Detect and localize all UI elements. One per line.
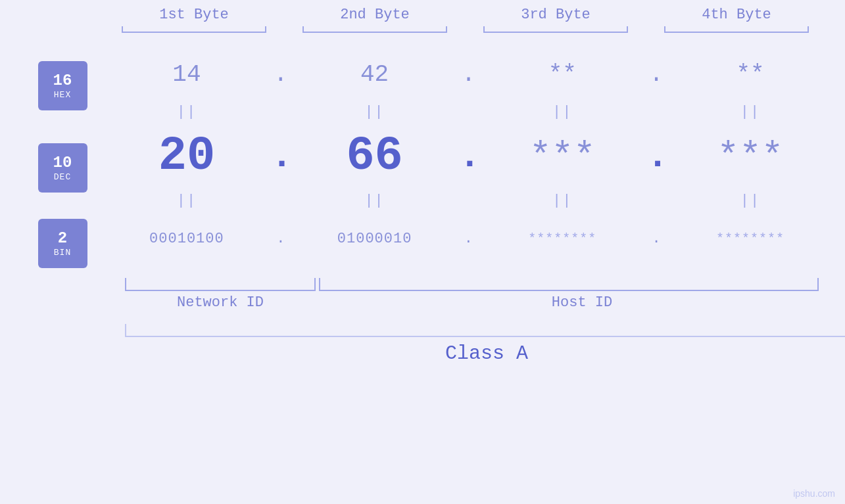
bin-dot2-cell: .	[458, 231, 478, 247]
bracket-byte2	[296, 26, 454, 38]
network-bracket	[125, 278, 316, 291]
hex-dot3-cell: .	[646, 61, 666, 88]
host-bracket	[319, 278, 819, 291]
sep2-2: ||	[364, 193, 384, 209]
hex-badge-label: HEX	[54, 90, 71, 100]
bin-b3-cell: ********	[483, 231, 641, 246]
network-id-label: Network ID	[125, 294, 316, 311]
sep2-1: ||	[177, 193, 197, 209]
byte-headers-row: 1st Byte 2nd Byte 3rd Byte 4th Byte	[104, 7, 827, 23]
host-id-label: Host ID	[319, 294, 845, 311]
sep-row-2: || || || ||	[92, 189, 845, 212]
bin-b2-value: 01000010	[337, 231, 412, 247]
sep2-1-cell: ||	[108, 193, 266, 209]
dec-b4-cell: ***	[671, 135, 829, 177]
byte3-header: 3rd Byte	[477, 7, 635, 23]
dec-b4-value: ***	[717, 135, 784, 177]
hex-b1-cell: 14	[108, 61, 266, 88]
dec-row: 20 . 66 . *** . ***	[92, 124, 845, 189]
sep3: ||	[552, 104, 572, 120]
hex-b2-cell: 42	[296, 61, 454, 88]
sep4-cell: ||	[671, 104, 829, 120]
bin-b4-value: ********	[716, 231, 785, 246]
bin-dot3-cell: .	[646, 231, 666, 247]
bottom-section: Network ID Host ID Class A	[0, 278, 845, 365]
dec-badge: 10 DEC	[38, 143, 87, 193]
hex-badge-spacer: 16 HEX	[38, 48, 87, 124]
dec-badge-spacer: 10 DEC	[38, 124, 87, 212]
sep3-cell: ||	[483, 104, 641, 120]
class-section: Class A	[125, 324, 845, 365]
byte4-header: 4th Byte	[658, 7, 815, 23]
dec-b1-cell: 20	[108, 129, 266, 183]
hex-dot2: .	[462, 61, 476, 88]
dec-dot3-cell: .	[646, 135, 666, 177]
hex-dot3: .	[649, 61, 664, 88]
bracket-row	[104, 26, 827, 38]
sep2-4: ||	[740, 193, 760, 209]
hex-dot2-cell: .	[458, 61, 478, 88]
byte2-header: 2nd Byte	[296, 7, 454, 23]
bin-badge-num: 2	[58, 229, 67, 248]
bin-b3-value: ********	[528, 231, 596, 246]
dec-b3-cell: ***	[483, 135, 641, 177]
bracket-byte1	[115, 26, 273, 38]
main-container: 1st Byte 2nd Byte 3rd Byte 4th Byte 16 H…	[0, 0, 845, 504]
hex-b3-value: **	[548, 61, 577, 88]
hex-badge-num: 16	[53, 72, 72, 91]
class-label: Class A	[125, 342, 845, 365]
class-bracket	[125, 324, 845, 337]
sep2: ||	[364, 104, 384, 120]
hex-dot1-cell: .	[271, 61, 291, 88]
dec-badge-label: DEC	[54, 172, 71, 182]
bracket-byte3	[477, 26, 635, 38]
bin-dot3: .	[652, 231, 661, 247]
bin-badge: 2 BIN	[38, 219, 87, 268]
sep-row-1: || || || ||	[92, 101, 845, 124]
bin-b1-value: 00010100	[149, 231, 224, 247]
bin-row: 00010100 . 01000010 . ******** .	[92, 212, 845, 265]
dec-b2-value: 66	[346, 129, 402, 183]
bin-dot1: .	[276, 231, 285, 247]
sep2-3: ||	[552, 193, 572, 209]
dec-b3-value: ***	[529, 135, 596, 177]
sep4: ||	[740, 104, 760, 120]
bracket-byte4	[658, 26, 815, 38]
dec-b1-value: 20	[158, 129, 215, 183]
bottom-brackets	[125, 278, 819, 291]
dec-dot2-cell: .	[458, 135, 478, 177]
bin-b1-cell: 00010100	[108, 231, 266, 247]
dec-badge-num: 10	[53, 154, 72, 173]
hex-b4-cell: **	[671, 61, 829, 88]
main-content: 16 HEX 10 DEC 2 BIN	[0, 48, 845, 275]
bin-badge-spacer: 2 BIN	[38, 212, 87, 275]
sep2-2-cell: ||	[296, 193, 454, 209]
dec-dot2: .	[458, 135, 481, 177]
dec-dot1-cell: .	[271, 135, 291, 177]
bin-badge-label: BIN	[54, 248, 71, 258]
dec-dot3: .	[646, 135, 669, 177]
hex-b4-value: **	[736, 61, 764, 88]
badges-column: 16 HEX 10 DEC 2 BIN	[0, 48, 92, 275]
hex-b2-value: 42	[360, 61, 389, 88]
bin-b4-cell: ********	[671, 231, 829, 246]
sep2-3-cell: ||	[483, 193, 641, 209]
hex-dot1: .	[274, 61, 288, 88]
bin-b2-cell: 01000010	[296, 231, 454, 247]
hex-b1-value: 14	[172, 61, 201, 88]
bin-dot1-cell: .	[271, 231, 291, 247]
hex-badge: 16 HEX	[38, 61, 87, 110]
hex-row: 14 . 42 . ** . **	[92, 48, 845, 101]
bottom-labels: Network ID Host ID	[125, 294, 845, 311]
values-grid: 14 . 42 . ** . **	[92, 48, 845, 275]
sep2-4-cell: ||	[671, 193, 829, 209]
watermark: ipshu.com	[793, 488, 835, 499]
dec-dot1: .	[271, 135, 293, 177]
hex-b3-cell: **	[483, 61, 641, 88]
sep1-cell: ||	[108, 104, 266, 120]
bin-dot2: .	[464, 231, 473, 247]
dec-b2-cell: 66	[296, 129, 454, 183]
byte1-header: 1st Byte	[115, 7, 273, 23]
sep2-cell: ||	[296, 104, 454, 120]
sep1: ||	[177, 104, 197, 120]
